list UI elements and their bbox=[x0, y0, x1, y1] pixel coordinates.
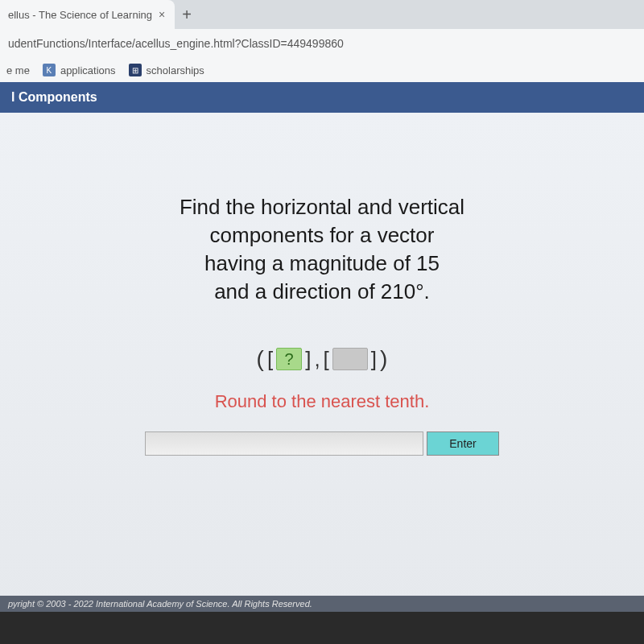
rounding-instruction: Round to the nearest tenth. bbox=[215, 391, 430, 412]
content-area: Find the horizontal and vertical compone… bbox=[0, 113, 644, 612]
close-icon[interactable]: × bbox=[159, 8, 165, 21]
problem-line-3: having a magnitude of 15 bbox=[180, 250, 464, 278]
new-tab-button[interactable]: + bbox=[175, 6, 199, 24]
bookmark-applications[interactable]: K applications bbox=[43, 64, 116, 76]
bookmark-label: e me bbox=[6, 64, 30, 76]
bookmark-label: applications bbox=[60, 64, 116, 76]
tab-bar: ellus - The Science of Learning × + bbox=[0, 0, 644, 29]
browser-chrome: ellus - The Science of Learning × + uden… bbox=[0, 0, 644, 82]
problem-line-1: Find the horizontal and vertical bbox=[180, 193, 464, 221]
browser-tab[interactable]: ellus - The Science of Learning × bbox=[0, 0, 175, 29]
url-text: udentFunctions/Interface/acellus_engine.… bbox=[6, 37, 344, 50]
answer-placeholder-active[interactable]: ? bbox=[276, 348, 302, 370]
open-bracket-2: [ bbox=[322, 347, 331, 372]
answer-placeholder-inactive[interactable] bbox=[332, 348, 368, 370]
close-bracket-1: ] bbox=[303, 347, 312, 372]
comma: , bbox=[314, 347, 320, 372]
page-title: l Components bbox=[0, 82, 644, 113]
problem-statement: Find the horizontal and vertical compone… bbox=[180, 193, 464, 306]
copyright-footer: pyright © 2003 - 2022 International Acad… bbox=[0, 596, 644, 612]
bookmarks-bar: e me K applications ⊞ scholarships bbox=[0, 58, 644, 82]
open-paren: ( bbox=[257, 346, 264, 372]
bookmark-me[interactable]: e me bbox=[6, 64, 30, 76]
enter-button[interactable]: Enter bbox=[427, 431, 499, 456]
problem-line-4: and a direction of 210°. bbox=[180, 278, 464, 306]
scholarships-icon: ⊞ bbox=[129, 64, 142, 76]
close-bracket-2: ] bbox=[369, 347, 378, 372]
close-paren: ) bbox=[380, 346, 387, 372]
applications-icon: K bbox=[43, 64, 56, 76]
bookmark-label: scholarships bbox=[147, 64, 204, 76]
bookmark-scholarships[interactable]: ⊞ scholarships bbox=[129, 64, 204, 76]
problem-line-2: components for a vector bbox=[180, 221, 464, 250]
tab-title: ellus - The Science of Learning bbox=[8, 9, 152, 21]
address-bar[interactable]: udentFunctions/Interface/acellus_engine.… bbox=[0, 29, 644, 58]
answer-format: ( [ ? ] , [ ] ) bbox=[257, 346, 388, 372]
open-bracket-1: [ bbox=[266, 347, 275, 372]
input-row: Enter bbox=[145, 431, 499, 456]
answer-input[interactable] bbox=[145, 431, 423, 456]
